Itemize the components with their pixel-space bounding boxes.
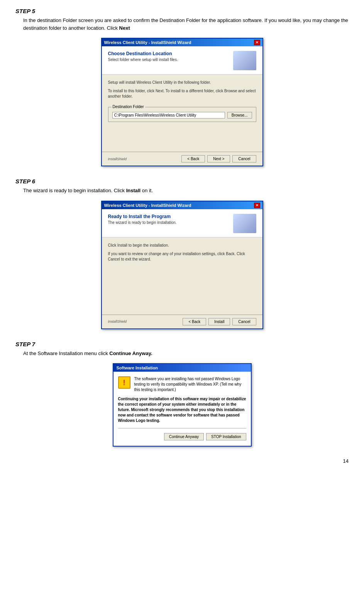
step6-bold: Install — [126, 188, 141, 193]
step6-header-title: Ready to Install the Program — [108, 214, 177, 219]
step6-cancel-button[interactable]: Cancel — [232, 318, 256, 325]
step6-header-sub: The wizard is ready to begin installatio… — [108, 220, 177, 225]
step5-folder-row: Browse... — [112, 112, 252, 118]
step5-wizard-footer: InstallShield < Back Next > Cancel — [102, 152, 262, 166]
step5-brand: InstallShield — [108, 157, 127, 161]
step5-title-text: Wireless Client Utility - InstallShield … — [104, 40, 191, 45]
step5-screenshot: Wireless Client Utility - InstallShield … — [15, 38, 349, 166]
warning-row: ! The software you are installing has no… — [118, 376, 246, 393]
step5-wizard-body: Setup will install Wireless Client Utili… — [102, 74, 262, 152]
software-install-window: Software Installation ! The software you… — [113, 363, 252, 447]
step5-dest-group: Destination Folder Browse... — [108, 107, 256, 122]
step6-body-line1: Click Install to begin the installation. — [108, 243, 256, 248]
step6-wizard-footer: InstallShield < Back Install Cancel — [102, 315, 262, 328]
step7-text: At the Software Installation menu click … — [23, 350, 349, 357]
step6-titlebar-buttons: ✕ — [254, 203, 260, 208]
software-install-titlebar: Software Installation — [113, 364, 251, 372]
step5-wizard-header: Choose Destination Location Select folde… — [102, 46, 262, 74]
warning-icon: ! — [118, 376, 130, 389]
step6-header-text: Ready to Install the Program The wizard … — [108, 214, 177, 225]
warning-text: The software you are installing has not … — [134, 376, 246, 393]
step7-bold: Continue Anyway. — [109, 350, 152, 356]
step5-section: STEP 5 In the destination Folder screen … — [15, 8, 349, 166]
step5-heading: STEP 5 — [15, 8, 349, 14]
step5-header-title: Choose Destination Location — [108, 51, 178, 56]
software-install-body: ! The software you are installing has no… — [113, 372, 251, 446]
step5-next-button[interactable]: Next > — [207, 155, 230, 162]
step5-footer-buttons: < Back Next > Cancel — [181, 155, 256, 162]
step6-wizard-body: Click Install to begin the installation.… — [102, 237, 262, 315]
step6-text-before: The wizard is ready to begin installatio… — [23, 188, 126, 193]
step6-body-line2: If you want to review or change any of y… — [108, 251, 256, 262]
step6-text: The wizard is ready to begin installatio… — [23, 187, 349, 195]
step6-section: STEP 6 The wizard is ready to begin inst… — [15, 178, 349, 329]
step5-close-button[interactable]: ✕ — [254, 40, 260, 45]
step6-text-after: on it. — [141, 188, 153, 193]
software-install-footer: Continue Anyway STOP Installation — [118, 432, 246, 441]
step6-brand: InstallShield — [108, 320, 127, 323]
step5-header-graphic — [233, 51, 256, 70]
step5-bold: Next — [119, 25, 130, 31]
step5-header-sub: Select folder where setup will install f… — [108, 58, 178, 62]
step5-titlebar-buttons: ✕ — [254, 40, 260, 45]
step5-dest-label: Destination Folder — [112, 105, 145, 109]
step5-text: In the destination Folder screen you are… — [23, 17, 349, 32]
step5-back-button[interactable]: < Back — [181, 155, 205, 162]
step6-heading: STEP 6 — [15, 178, 349, 184]
step6-close-button[interactable]: ✕ — [254, 203, 260, 208]
step5-titlebar: Wireless Client Utility - InstallShield … — [102, 39, 262, 46]
step7-section: STEP 7 At the Software Installation menu… — [15, 341, 349, 447]
stop-installation-button[interactable]: STOP Installation — [206, 433, 246, 440]
warning-body-text: Continuing your installation of this sof… — [118, 396, 246, 423]
step5-text-before: In the destination Folder screen you are… — [23, 17, 348, 31]
step5-body-line2: To install to this folder, click Next. T… — [108, 88, 256, 99]
step5-browse-button[interactable]: Browse... — [227, 112, 252, 118]
step7-heading: STEP 7 — [15, 341, 349, 347]
step6-footer-buttons: < Back Install Cancel — [183, 318, 256, 325]
step6-install-button[interactable]: Install — [208, 318, 230, 325]
step6-titlebar: Wireless Client Utility - InstallShield … — [102, 201, 262, 209]
step6-wizard-header: Ready to Install the Program The wizard … — [102, 209, 262, 237]
step7-text-before: At the Software Installation menu click — [23, 350, 109, 356]
continue-anyway-button[interactable]: Continue Anyway — [164, 433, 204, 440]
step6-title-text: Wireless Client Utility - InstallShield … — [104, 203, 191, 208]
step5-dest-path-input[interactable] — [112, 112, 225, 118]
step6-header-graphic — [233, 214, 256, 233]
step5-cancel-button[interactable]: Cancel — [232, 155, 256, 162]
software-install-title: Software Installation — [117, 366, 158, 370]
step6-screenshot: Wireless Client Utility - InstallShield … — [15, 201, 349, 329]
page-number: 14 — [15, 458, 349, 464]
step5-wizard-window: Wireless Client Utility - InstallShield … — [101, 38, 263, 166]
step6-wizard-window: Wireless Client Utility - InstallShield … — [101, 201, 263, 329]
step7-screenshot: Software Installation ! The software you… — [15, 363, 349, 447]
warning-text-content: The software you are installing has not … — [134, 377, 242, 392]
step5-body-line1: Setup will install Wireless Client Utili… — [108, 80, 256, 85]
step6-back-button[interactable]: < Back — [183, 318, 206, 325]
step5-header-text: Choose Destination Location Select folde… — [108, 51, 178, 62]
software-install-divider — [118, 428, 246, 428]
